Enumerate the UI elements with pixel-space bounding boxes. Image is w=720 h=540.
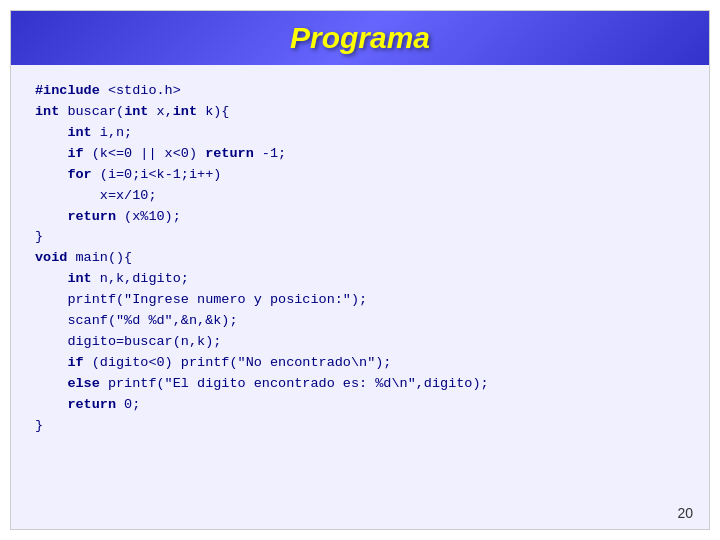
slide-content: #include <stdio.h> int buscar(int x,int … xyxy=(11,65,709,529)
slide-header: Programa xyxy=(11,11,709,65)
slide-container: Programa #include <stdio.h> int buscar(i… xyxy=(10,10,710,530)
page-number: 20 xyxy=(677,505,693,521)
slide-title: Programa xyxy=(31,21,689,55)
code-block: #include <stdio.h> int buscar(int x,int … xyxy=(35,81,685,437)
